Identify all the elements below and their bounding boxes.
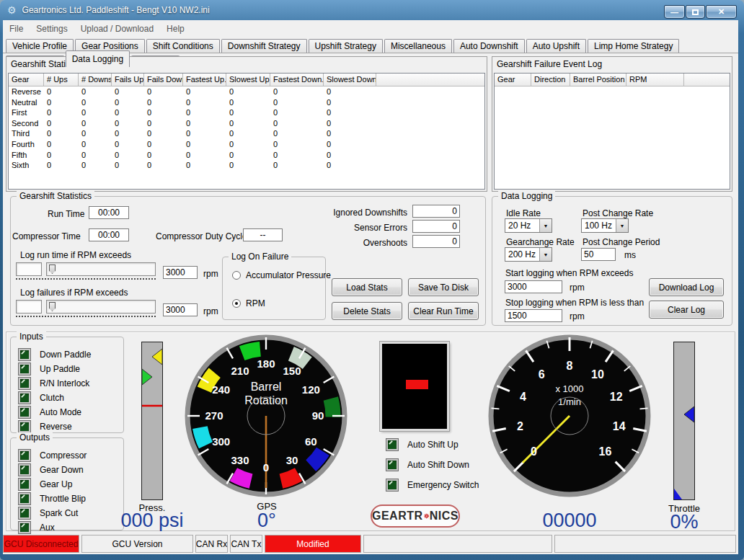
chevron-down-icon[interactable]: ▼ [539,248,552,261]
output-label: Throttle Blip [40,494,86,504]
log-on-failure-option-accumulator-pressure[interactable]: Accumulator Pressure [232,270,331,280]
tab-downshift-strategy[interactable]: Downshift Strategy [221,39,307,53]
tab-auto-downshift[interactable]: Auto Downshift [453,39,525,53]
column-header-fastest-up[interactable]: Fastest Up... [183,74,226,86]
post-change-period-field[interactable] [581,248,616,261]
column-header-direction[interactable]: Direction [531,74,570,86]
table-row-neutral[interactable]: Neutral00000000 [9,97,484,108]
table-cell: 0 [324,128,376,139]
led-auto-shift-down-icon [386,459,398,471]
led-up-paddle-icon [19,363,30,375]
overshoots-field[interactable] [412,235,460,248]
tab-vehicle-profile[interactable]: Vehicle Profile [6,39,74,53]
delete-stats-button[interactable]: Delete Stats [332,302,402,320]
tab-shift-conditions[interactable]: Shift Conditions [146,39,220,53]
column-header-gear[interactable]: Gear [495,74,531,86]
barrel-rotation-gauge: 0306090120150180210240270300330BarrelRot… [185,334,347,497]
table-cell: 0 [112,97,144,108]
tab-data-logging[interactable]: Data Logging [66,50,130,67]
column-header-barrel-position[interactable]: Barrel Position [570,74,626,86]
output-row-compressor: Compressor [19,448,123,463]
save-to-disk-button[interactable]: Save To Disk [408,278,479,296]
table-row-fourth[interactable]: Fourth00000000 [9,139,484,150]
log-failures-slider-thumb[interactable] [49,302,56,311]
column-header-fastest-down[interactable]: Fastest Down... [270,74,324,86]
table-cell: 0 [270,139,324,150]
tab-upshift-strategy[interactable]: Upshift Strategy [309,39,383,53]
column-header-ups[interactable]: # Ups [44,74,79,86]
compressor-duty-cycle-field[interactable] [243,228,283,241]
log-failures-slider-ticks [16,316,156,317]
maximize-button[interactable] [686,5,705,19]
tab-miscellaneous[interactable]: Miscellaneous [384,39,452,53]
gauge-tick-label: 30 [286,454,298,466]
column-header-fails-up[interactable]: Fails Up [112,74,144,86]
gear-indicator-display [380,342,449,431]
radio-accumulator-pressure-icon[interactable] [232,271,241,280]
table-cell: 0 [144,139,183,150]
load-stats-button[interactable]: Load Stats [332,278,402,296]
status-panel-can-rx: CAN Rx [195,535,228,553]
table-row-second[interactable]: Second00000000 [9,118,484,129]
stop-logging-rpm-field[interactable] [505,309,562,322]
column-header-slowest-down[interactable]: Slowest Down... [324,74,376,86]
failure-table-header: GearDirectionBarrel PositionRPM [495,74,730,86]
column-header-downs[interactable]: # Downs [79,74,112,86]
start-logging-rpm-field[interactable] [505,280,562,293]
idle-rate-select[interactable]: 20 Hz ▼ [505,218,552,233]
menu-file[interactable]: File [3,22,30,36]
sensor-errors-field[interactable] [412,220,460,233]
titlebar[interactable]: ⚙ Geartronics Ltd. Paddleshift - Bengt V… [0,0,744,20]
gearshift-statistics-table[interactable]: Gear# Ups# DownsFails UpFails DownFastes… [8,73,485,190]
minimize-button[interactable]: — [664,5,685,19]
table-row-reverse[interactable]: Reverse00000000 [9,86,484,97]
log-failures-rpm-field[interactable] [163,303,198,316]
log-run-time-slider-thumb[interactable] [49,265,56,274]
table-cell: Third [9,128,44,139]
ignored-downshifts-field[interactable] [412,205,460,218]
failure-event-log-table[interactable]: GearDirectionBarrel PositionRPM [494,73,730,190]
failure-event-log-title: Gearshift Failure Event Log [492,57,732,72]
post-change-rate-select[interactable]: 100 Hz ▼ [581,218,629,233]
column-header-gear[interactable]: Gear [9,74,44,86]
chevron-down-icon[interactable]: ▼ [616,219,628,232]
start-logging-label: Start logging when RPM exceeds [505,268,633,278]
led-spark-cut-icon [19,507,30,519]
log-on-failure-option-rpm[interactable]: RPM [232,298,265,308]
menu-help[interactable]: Help [160,22,191,36]
data-logging-group-title: Data Logging [498,191,555,201]
clear-run-time-button[interactable]: Clear Run Time [408,302,479,320]
gearchange-rate-select[interactable]: 200 Hz ▼ [505,247,552,262]
log-failures-slider[interactable] [46,300,156,314]
table-cell: 0 [79,86,112,97]
menu-upload-download[interactable]: Upload / Download [74,22,160,36]
stats-table-header: Gear# Ups# DownsFails UpFails DownFastes… [9,74,484,86]
gauge-tick-label: 330 [231,454,249,466]
switch-row-emergency-switch: Emergency Switch [386,479,479,491]
chevron-down-icon[interactable]: ▼ [539,219,552,232]
radio-rpm-icon[interactable] [232,299,241,308]
column-header-rpm[interactable]: RPM [626,74,684,86]
input-label: Auto Mode [40,407,81,417]
tab-limp-home-strategy[interactable]: Limp Home Strategy [588,39,679,53]
log-run-time-rpm-field[interactable] [163,266,198,279]
clear-log-button[interactable]: Clear Log [649,301,724,319]
table-row-sixth[interactable]: Sixth00000000 [9,160,484,171]
log-run-time-slider[interactable] [46,262,156,276]
compressor-time-field[interactable] [89,228,129,241]
run-time-field[interactable] [89,206,129,219]
output-row-throttle-blip: Throttle Blip [19,492,123,506]
table-cell: 0 [183,160,226,171]
table-row-fifth[interactable]: Fifth00000000 [9,150,484,161]
column-header-fails-down[interactable]: Fails Down [144,74,183,86]
download-log-button[interactable]: Download Log [649,278,724,296]
gauge-tick-label: 6 [539,368,545,381]
table-row-first[interactable]: First00000000 [9,107,484,118]
close-button[interactable]: ✕ [706,5,737,19]
led-clutch-icon [19,392,30,404]
menu-settings[interactable]: Settings [30,22,74,36]
logo-text-right: NICS [430,510,459,523]
tab-auto-upshift[interactable]: Auto Upshift [526,39,586,53]
column-header-slowest-up[interactable]: Slowest Up... [226,74,270,86]
table-row-third[interactable]: Third00000000 [9,128,484,139]
